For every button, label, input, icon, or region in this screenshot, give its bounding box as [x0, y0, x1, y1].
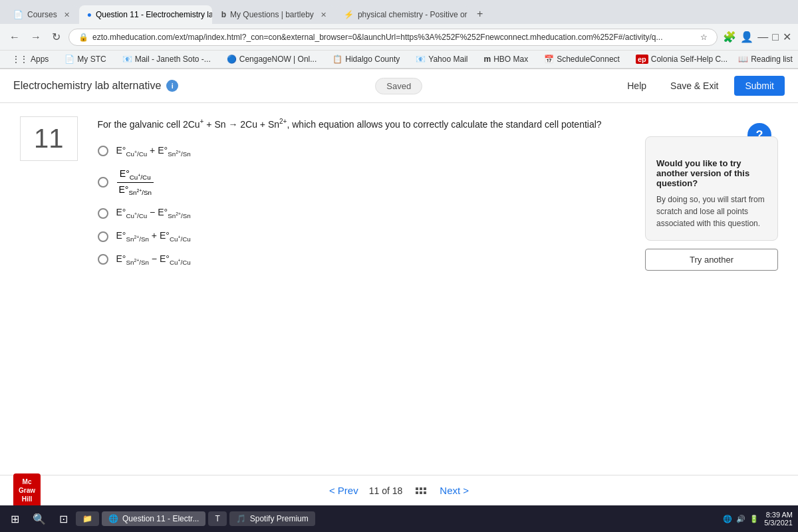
help-bubble-body: By doing so, you will start from scratch…: [656, 194, 767, 229]
current-page: 11: [369, 485, 380, 496]
option-b-denominator: E°Sn2+/Sn: [116, 183, 154, 197]
next-link[interactable]: Next >: [440, 485, 469, 496]
option-b-numerator: E°Cu+/Cu: [117, 168, 154, 183]
try-another-button[interactable]: Try another: [645, 249, 778, 271]
search-button[interactable]: 🔍: [27, 510, 51, 528]
option-d-radio[interactable]: [98, 231, 108, 242]
tab-courses-close[interactable]: ✕: [64, 11, 70, 19]
info-icon[interactable]: i: [166, 80, 178, 92]
grid-view-icon[interactable]: [416, 487, 426, 494]
option-c-radio[interactable]: [98, 208, 108, 219]
mail-icon: 📧: [122, 55, 132, 64]
close-window-button[interactable]: ✕: [783, 31, 791, 43]
option-e-formula[interactable]: E°Sn2+/Sn − E°Cu+/Cu: [116, 253, 191, 266]
start-button[interactable]: ⊞: [5, 510, 25, 528]
option-c: E°Cu+/Cu − E°Sn2+/Sn: [98, 207, 632, 219]
schedule-icon: 📅: [544, 55, 554, 64]
prev-link[interactable]: < Prev: [329, 485, 358, 496]
option-e-radio[interactable]: [98, 254, 108, 265]
tab-myquestions-close[interactable]: ✕: [321, 11, 327, 19]
submit-button[interactable]: Submit: [734, 76, 785, 96]
option-b-radio[interactable]: [98, 177, 108, 188]
network-icon: 🌐: [723, 515, 732, 523]
courses-favicon: 📄: [13, 10, 23, 19]
total-pages: 18: [392, 485, 403, 496]
colonia-label: Colonia Self-Help C...: [651, 55, 728, 64]
profile-button[interactable]: 👤: [740, 31, 753, 43]
minimize-button[interactable]: —: [757, 31, 768, 43]
reading-list-link[interactable]: 📖 Reading list: [738, 55, 793, 64]
help-button[interactable]: Help: [619, 76, 654, 95]
option-c-formula[interactable]: E°Cu+/Cu − E°Sn2+/Sn: [116, 207, 191, 219]
taskbar-teams[interactable]: T: [208, 511, 226, 526]
taskbar-chrome[interactable]: 🌐 Question 11 - Electr...: [102, 511, 205, 526]
option-b: E°Cu+/Cu E°Sn2+/Sn: [98, 168, 632, 197]
tab-physicalchem-label: physical chemistry - Positive or N...: [358, 10, 469, 19]
back-button[interactable]: ←: [7, 29, 23, 46]
taskbar-right: 🌐 🔊 🔋 8:39 AM 5/3/2021: [723, 511, 793, 527]
bookmark-colonia[interactable]: ep Colonia Self-Help C...: [630, 53, 733, 65]
file-explorer-icon: 📁: [82, 514, 92, 523]
bookmark-yahoo[interactable]: 📧 Yahoo Mail: [410, 53, 473, 65]
of-label: of: [382, 485, 392, 496]
tab-courses[interactable]: 📄 Courses ✕: [5, 5, 78, 24]
bookmark-mystc[interactable]: 📄 My STC: [59, 53, 111, 65]
app-header: Electrochemistry lab alternative i Saved…: [0, 69, 798, 103]
help-bubble: Would you like to try another version of…: [645, 136, 778, 241]
mail-label: Mail - Janeth Soto -...: [135, 55, 211, 64]
clock-time: 8:39 AM: [764, 511, 793, 519]
options-list: E°Cu+/Cu + E°Sn2+/Sn E°Cu+/Cu E°Sn2+/Sn …: [98, 145, 632, 266]
mcgraw-logo: Mc Graw Hill: [13, 473, 41, 505]
bookmark-hbo[interactable]: m HBO Max: [478, 53, 533, 65]
teams-icon: T: [215, 514, 219, 523]
star-icon[interactable]: ☆: [700, 33, 708, 42]
bookmark-apps[interactable]: ⋮⋮ Apps: [7, 53, 54, 65]
grid-dot: [420, 487, 422, 490]
tab-question11-label: Question 11 - Electrochemistry la...: [96, 10, 212, 19]
question-area: 11 For the galvanic cell 2Cu+ + Sn → 2Cu…: [0, 103, 798, 475]
option-a-formula[interactable]: E°Cu+/Cu + E°Sn2+/Sn: [116, 145, 191, 158]
grid-row-1: [416, 487, 426, 490]
extensions-button[interactable]: 🧩: [723, 31, 736, 43]
tab-question11[interactable]: ● Question 11 - Electrochemistry la... ✕: [79, 5, 212, 24]
bookmark-cengage[interactable]: 🔵 CengageNOW | Onl...: [221, 53, 323, 65]
maximize-button[interactable]: □: [772, 31, 779, 43]
chrome-icon: 🌐: [108, 514, 118, 523]
taskbar-file-explorer[interactable]: 📁: [76, 511, 99, 526]
app-title-group: Electrochemistry lab alternative i: [13, 80, 178, 92]
spotify-icon: 🎵: [236, 514, 246, 523]
grid-dot: [424, 491, 426, 494]
taskbar-spotify[interactable]: 🎵 Spotify Premium: [229, 511, 315, 526]
question-text: For the galvanic cell 2Cu+ + Sn → 2Cu + …: [98, 116, 632, 132]
colonia-icon: ep: [636, 55, 648, 64]
option-a-radio[interactable]: [98, 146, 108, 156]
lock-icon: 🔒: [78, 33, 88, 42]
nav-icons: 🧩 👤 — □ ✕: [723, 31, 791, 43]
bookmark-hidalgo[interactable]: 📋 Hidalgo County: [327, 53, 405, 65]
main-content: Electrochemistry lab alternative i Saved…: [0, 69, 798, 505]
reading-list-icon: 📖: [738, 55, 748, 64]
tab-physicalchem[interactable]: ⚡ physical chemistry - Positive or N... …: [336, 5, 469, 24]
hbo-icon: m: [483, 55, 491, 64]
address-bar[interactable]: 🔒 ezto.mheducation.com/ext/map/index.htm…: [68, 29, 718, 46]
page-info: 11 of 18: [369, 485, 403, 496]
myquestions-favicon: b: [221, 10, 226, 19]
tab-myquestions[interactable]: b My Questions | bartleby ✕: [213, 5, 334, 24]
yahoo-icon: 📧: [416, 55, 426, 64]
option-d-formula[interactable]: E°Sn2+/Sn + E°Cu+/Cu: [116, 230, 191, 243]
save-exit-button[interactable]: Save & Exit: [662, 76, 726, 95]
refresh-button[interactable]: ↻: [49, 28, 63, 46]
question11-favicon: ●: [87, 10, 92, 19]
option-b-formula[interactable]: E°Cu+/Cu E°Sn2+/Sn: [116, 168, 154, 197]
forward-button[interactable]: →: [28, 29, 44, 46]
bookmark-schedule[interactable]: 📅 ScheduleConnect: [539, 53, 625, 65]
cengage-icon: 🔵: [227, 55, 237, 64]
tab-courses-label: Courses: [27, 10, 57, 19]
tab-myquestions-label: My Questions | bartleby: [230, 10, 314, 19]
time-block: 8:39 AM 5/3/2021: [764, 511, 793, 527]
hbo-label: HBO Max: [493, 55, 528, 64]
bookmark-mail[interactable]: 📧 Mail - Janeth Soto -...: [117, 53, 216, 65]
grid-row-2: [416, 491, 426, 494]
new-tab-button[interactable]: +: [470, 4, 489, 24]
task-view-button[interactable]: ⊡: [54, 510, 73, 528]
